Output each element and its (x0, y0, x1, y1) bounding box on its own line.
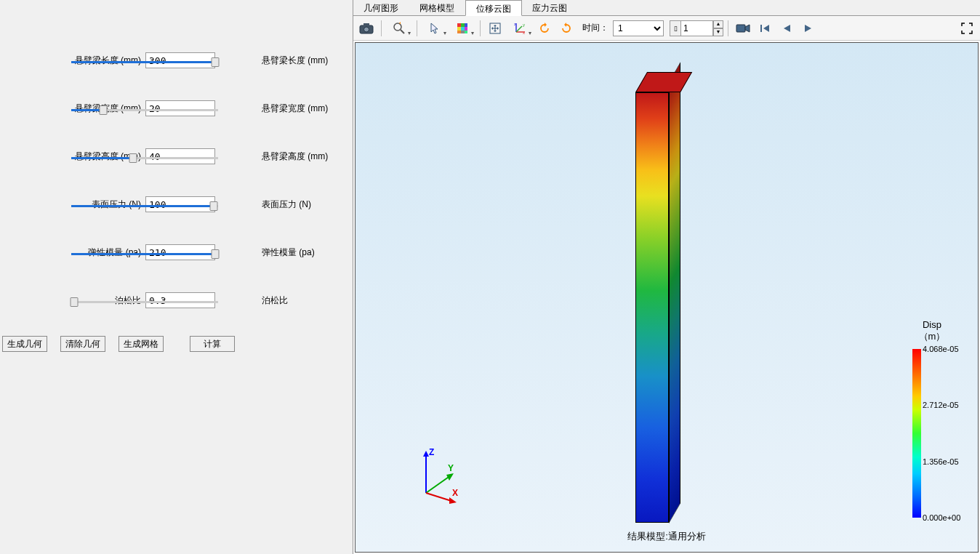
param-label-right: 弹性模量 (pa) (262, 246, 315, 259)
tab-3[interactable]: 应力云图 (522, 0, 578, 15)
cube-color-icon[interactable] (449, 19, 475, 38)
view-tabs: 几何图形网格模型位移云图应力云图 (353, 0, 980, 16)
color-legend: Disp （m） 4.068e-052.712e-051.356e-050.00… (899, 319, 965, 518)
rotate-cw-icon[interactable] (556, 19, 577, 38)
generate-geometry-button[interactable]: 生成几何 (2, 336, 47, 352)
rotate-ccw-icon[interactable] (534, 19, 555, 38)
svg-line-4 (401, 30, 404, 33)
svg-rect-10 (465, 27, 467, 31)
svg-line-25 (426, 475, 451, 493)
param-label: 悬臂梁高度 (mm) (0, 150, 145, 163)
param-slider-5[interactable] (71, 301, 218, 303)
parameters-panel: 悬臂梁长度 (mm) 悬臂梁长度 (mm) 悬臂梁宽度 (mm) 悬臂梁宽度 (… (0, 0, 353, 554)
svg-rect-22 (760, 25, 762, 32)
time-select[interactable]: 1 (613, 20, 664, 36)
svg-text:z: z (514, 22, 516, 26)
spin-up-button[interactable]: ▲ (713, 20, 723, 28)
param-input-2[interactable] (145, 148, 215, 164)
fullscreen-icon[interactable] (957, 19, 977, 38)
skip-first-icon[interactable] (755, 19, 775, 38)
param-label: 弹性模量 (pa) (0, 246, 145, 259)
legend-title: Disp (899, 319, 965, 330)
svg-line-17 (516, 26, 522, 32)
param-slider-2[interactable] (71, 157, 218, 159)
svg-text:y: y (523, 23, 525, 27)
param-label-right: 悬臂梁宽度 (mm) (262, 103, 328, 115)
play-reverse-icon[interactable] (776, 19, 797, 38)
param-input-1[interactable] (145, 100, 215, 116)
svg-rect-9 (461, 27, 465, 31)
select-icon[interactable] (422, 19, 448, 38)
param-slider-3[interactable] (71, 205, 218, 207)
legend-tick: 2.712e-05 (923, 401, 973, 409)
clear-geometry-button[interactable]: 清除几何 (60, 336, 105, 352)
legend-tick: 0.000e+00 (923, 513, 973, 522)
param-label-right: 泊松比 (262, 294, 288, 307)
param-label-right: 表面压力 (N) (262, 198, 311, 211)
calculate-button[interactable]: 计算 (190, 336, 235, 352)
param-label: 表面压力 (N) (0, 198, 145, 211)
time-label: 时间： (582, 22, 609, 34)
param-slider-1[interactable] (71, 109, 218, 111)
svg-point-2 (364, 27, 369, 32)
fit-icon[interactable] (485, 19, 505, 38)
svg-text:x: x (523, 31, 525, 35)
legend-tick: 1.356e-05 (923, 457, 973, 466)
video-camera-icon[interactable] (733, 19, 753, 38)
svg-rect-7 (465, 23, 467, 27)
spin-end-button[interactable]: ▯ (670, 20, 681, 36)
viewer-toolbar: yzx 时间： 1 ▯ ▲ ▼ (353, 16, 980, 41)
param-label-right: 悬臂梁长度 (mm) (262, 55, 328, 67)
svg-text:Y: Y (448, 463, 454, 473)
svg-rect-5 (457, 23, 461, 27)
svg-text:Z: Z (429, 447, 434, 457)
svg-text:X: X (452, 488, 458, 498)
svg-rect-8 (457, 27, 461, 31)
generate-mesh-button[interactable]: 生成网格 (119, 336, 164, 352)
param-input-0[interactable] (145, 52, 215, 68)
result-viewport[interactable]: Z Y X Disp （m） 4.068e-052.712e-051.356e-… (355, 42, 979, 553)
svg-point-3 (394, 23, 401, 31)
param-input-5[interactable] (145, 292, 215, 308)
play-forward-icon[interactable] (798, 19, 819, 38)
param-slider-0[interactable] (71, 61, 218, 63)
param-label: 悬臂梁长度 (mm) (0, 55, 145, 67)
param-label-right: 悬臂梁高度 (mm) (262, 150, 328, 163)
beam-model (635, 72, 680, 523)
param-label: 悬臂梁宽度 (mm) (0, 103, 145, 115)
tab-2[interactable]: 位移云图 (465, 0, 522, 16)
param-input-4[interactable] (145, 244, 215, 260)
frame-input[interactable] (681, 20, 713, 36)
tab-1[interactable]: 网格模型 (409, 0, 465, 15)
svg-rect-13 (465, 31, 467, 33)
coordinate-axes: Z Y X (417, 446, 468, 505)
legend-unit: （m） (899, 330, 965, 343)
param-slider-4[interactable] (71, 253, 218, 255)
param-input-3[interactable] (145, 196, 215, 212)
zoom-icon[interactable] (386, 19, 412, 38)
camera-icon[interactable] (356, 19, 377, 38)
svg-rect-1 (364, 23, 369, 26)
svg-rect-21 (736, 25, 745, 32)
tab-0[interactable]: 几何图形 (353, 0, 409, 15)
result-caption: 结果模型:通用分析 (356, 530, 978, 543)
legend-tick: 4.068e-05 (923, 345, 973, 353)
spin-down-button[interactable]: ▼ (713, 28, 723, 36)
axis-icon[interactable]: yzx (507, 19, 533, 38)
svg-rect-12 (461, 31, 465, 33)
svg-rect-11 (457, 31, 461, 33)
svg-rect-6 (461, 23, 465, 27)
